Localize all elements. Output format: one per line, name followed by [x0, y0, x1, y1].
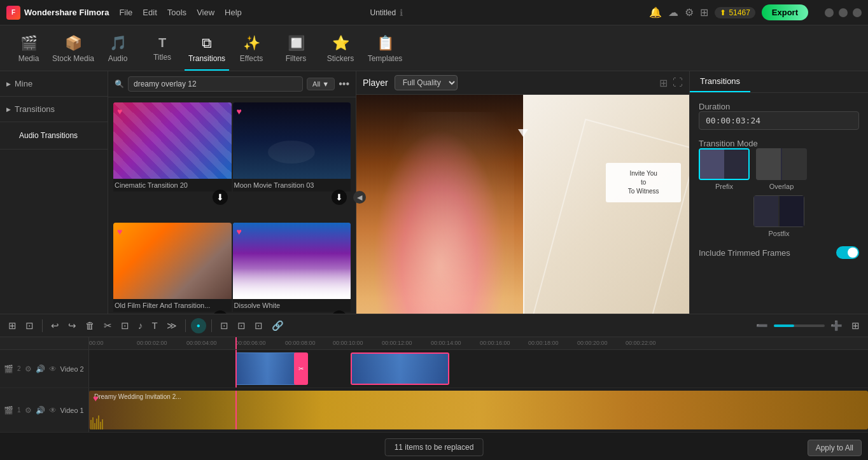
settings-icon[interactable]: ⚙: [685, 6, 694, 18]
video-2-track: 🎬 2 ⚙ 🔊 👁 Video 2 ✂: [0, 350, 868, 388]
nav-audio[interactable]: 🎵 Audio: [95, 25, 140, 71]
transition-marker[interactable]: ✂: [294, 352, 308, 385]
mode-overlap[interactable]: Overlap: [756, 148, 807, 190]
topbar: F Wondershare Filmora File Edit Tools Vi…: [0, 0, 868, 25]
track-2-audio[interactable]: 🔊: [36, 365, 45, 373]
grid-view-icon[interactable]: ⊞: [659, 77, 668, 89]
add-track-button[interactable]: ⊞: [5, 319, 20, 333]
cloud-icon[interactable]: ☁: [668, 6, 678, 18]
cut-button[interactable]: ✂: [101, 319, 115, 333]
nav-titles-label: Titles: [153, 53, 171, 62]
track-1-settings[interactable]: ⚙: [25, 406, 32, 415]
nav-stickers[interactable]: ⭐ Stickers: [318, 25, 363, 71]
templates-icon: 📋: [377, 35, 394, 52]
audio-transitions-item[interactable]: Audio Transitions: [6, 127, 101, 144]
dissolve-thumbnail: [233, 223, 351, 299]
nav-filters-label: Filters: [286, 54, 307, 63]
ruler-mark-12: 00:00:12:00: [382, 340, 412, 346]
link-button[interactable]: 🔗: [269, 319, 287, 333]
fullscreen-icon[interactable]: ⛶: [673, 77, 683, 89]
nav-stickers-label: Stickers: [327, 54, 354, 63]
redo-button[interactable]: ↪: [65, 319, 80, 333]
nav-transitions[interactable]: ⧉ Transitions: [185, 25, 229, 71]
prefix-thumbnail: [699, 148, 750, 180]
video2-clip1[interactable]: [235, 352, 299, 385]
track1-playhead: [235, 391, 237, 429]
bottom-timeline: ⊞ ⊡ ↩ ↪ 🗑 ✂ ⊡ ♪ T ≫ ● ⊡ ⊡ ⊡ 🔗 ➖ ➕ ⊞ 00:0…: [0, 314, 868, 460]
transition-cut-icon: ✂: [298, 365, 304, 372]
mode-prefix[interactable]: Prefix: [699, 148, 750, 190]
view-icons: ⊞ ⛶: [659, 77, 683, 89]
info-icon[interactable]: ℹ: [400, 8, 403, 18]
add-to-timeline-icon[interactable]: ⬇: [213, 190, 228, 205]
nav-templates[interactable]: 📋 Templates: [363, 25, 407, 71]
apply-all-button[interactable]: Apply to All: [808, 440, 862, 456]
track-1-audio[interactable]: 🔊: [36, 406, 45, 415]
split-button[interactable]: ⊡: [22, 319, 37, 333]
ruler-mark-20: 00:00:20:00: [577, 340, 608, 346]
close-button[interactable]: ✕: [853, 8, 862, 17]
clip-label: Dreamy Wedding Invitation 2...: [94, 393, 181, 400]
delete-button[interactable]: 🗑: [82, 319, 98, 332]
video-scrub-marker: [518, 129, 528, 137]
track-2-num: 2: [17, 365, 21, 372]
nav-effects[interactable]: ✨ Effects: [229, 25, 274, 71]
layout-button[interactable]: ⊞: [848, 319, 863, 333]
duration-label: Duration: [699, 102, 859, 111]
snap-button[interactable]: ⊡: [217, 319, 232, 333]
track-2-label: Video 2: [60, 365, 84, 373]
menu-tools[interactable]: Tools: [167, 8, 186, 17]
menu-edit[interactable]: Edit: [143, 8, 157, 17]
project-title: Untitled: [370, 8, 396, 17]
nav-audio-label: Audio: [108, 54, 128, 63]
postfix-label: Postfix: [768, 230, 789, 237]
zoom-controls: ➖ ➕: [753, 319, 846, 333]
more-options-button[interactable]: •••: [339, 78, 349, 90]
minimize-button[interactable]: —: [825, 8, 834, 17]
nav-effects-label: Effects: [240, 54, 263, 63]
grid-item-cinematic-transition-20[interactable]: ♥ ⬇ Cinematic Transition 20: [113, 102, 232, 221]
video1-main-clip[interactable]: Dreamy Wedding Invitation 2... ♥: [89, 391, 868, 429]
zoom-in-button[interactable]: ➕: [827, 319, 846, 333]
grid-item-moon-movie-transition-03[interactable]: ♥ ⬇ Moon Movie Transition 03: [233, 102, 351, 221]
more-tools-button[interactable]: ≫: [164, 319, 180, 333]
zoom-out-button[interactable]: ➖: [753, 319, 771, 333]
audio-clip-button[interactable]: ♪: [135, 319, 146, 332]
nav-stock-media[interactable]: 📦 Stock Media: [51, 25, 95, 71]
track-2-visibility[interactable]: 👁: [49, 365, 57, 373]
nav-media[interactable]: 🎬 Media: [6, 25, 51, 71]
track-1-visibility[interactable]: 👁: [49, 406, 57, 415]
group-button[interactable]: ⊡: [251, 319, 266, 333]
maximize-button[interactable]: □: [839, 8, 848, 17]
search-input[interactable]: [128, 76, 303, 92]
menu-help[interactable]: Help: [225, 8, 242, 17]
marker-button[interactable]: ⊡: [234, 319, 249, 333]
tab-transitions[interactable]: Transitions: [690, 71, 750, 92]
export-button[interactable]: Export: [762, 4, 808, 20]
nav-filters[interactable]: 🔲 Filters: [274, 25, 318, 71]
title-button[interactable]: T: [149, 319, 161, 332]
ruler-mark-6: 00:00:06:00: [235, 340, 266, 346]
quality-select[interactable]: Full Quality 1/2 Quality 1/4 Quality: [395, 75, 458, 90]
nav-titles[interactable]: T Titles: [140, 25, 185, 71]
undo-button[interactable]: ↩: [48, 319, 62, 333]
cinematic-transition-20-label: Cinematic Transition 20: [113, 179, 232, 192]
apps-icon[interactable]: ⊞: [700, 6, 708, 18]
zoom-slider[interactable]: [774, 324, 825, 327]
mode-postfix[interactable]: Postfix: [699, 195, 859, 237]
transitions-header[interactable]: ▶ Transitions: [6, 102, 101, 116]
menu-view[interactable]: View: [197, 8, 214, 17]
mine-header[interactable]: ▶ Mine: [6, 76, 101, 91]
video2-clip2-selected[interactable]: [351, 352, 449, 385]
track-2-settings[interactable]: ⚙: [25, 365, 32, 373]
panel-collapse-button[interactable]: ◀: [353, 191, 366, 204]
notification-icon[interactable]: 🔔: [649, 6, 662, 18]
menu-file[interactable]: File: [119, 8, 132, 17]
add-to-timeline-icon[interactable]: ⬇: [332, 190, 347, 205]
crop-button[interactable]: ⊡: [118, 319, 132, 333]
filter-button[interactable]: All ▼: [307, 78, 335, 90]
include-trimmed-label: Include Trimmed Frames: [699, 248, 790, 258]
record-button[interactable]: ●: [191, 318, 206, 333]
duration-input[interactable]: [699, 111, 859, 130]
include-trimmed-toggle[interactable]: [836, 246, 859, 259]
